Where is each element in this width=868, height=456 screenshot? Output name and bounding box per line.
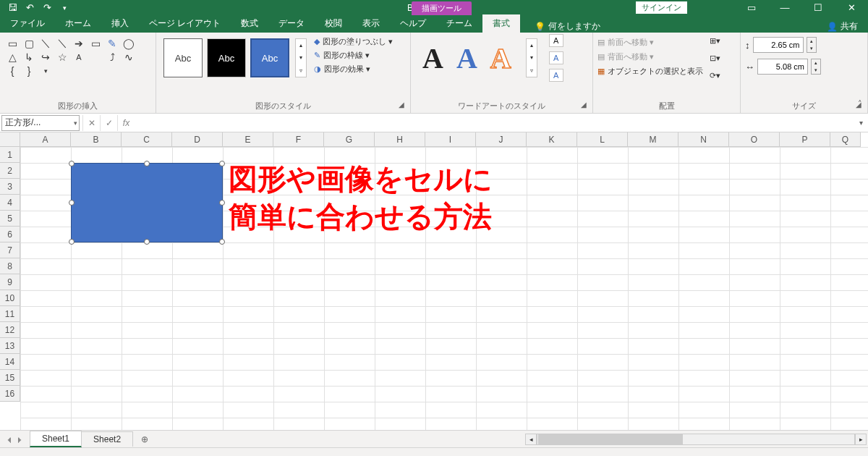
col-header[interactable]: Q bbox=[830, 132, 861, 147]
tab-insert[interactable]: 挿入 bbox=[101, 14, 139, 33]
rotate-button[interactable]: ⟳▾ bbox=[707, 69, 722, 82]
fx-icon[interactable]: fx bbox=[117, 115, 135, 131]
ribbon-options-icon[interactable]: ▭ bbox=[735, 0, 768, 15]
shape-curved-arrow-icon[interactable]: ↪ bbox=[39, 51, 52, 64]
shapes-gallery[interactable]: ▭ ▢ ＼ ＼ ➔ ▭ ✎ ◯ △ ↳ ↪ ☆ A ⤴ ∿ { } ▾ bbox=[4, 34, 149, 80]
name-box[interactable]: 正方形/... ▾ bbox=[1, 115, 80, 131]
row-header[interactable]: 12 bbox=[0, 322, 20, 338]
selected-shape-rectangle[interactable] bbox=[71, 163, 223, 242]
sheet-tab-1[interactable]: Sheet1 bbox=[30, 431, 82, 447]
row-header[interactable]: 13 bbox=[0, 338, 20, 354]
row-header[interactable]: 9 bbox=[0, 274, 20, 290]
row-header[interactable]: 15 bbox=[0, 370, 20, 386]
sheet-tab-2[interactable]: Sheet2 bbox=[81, 431, 133, 447]
height-input[interactable] bbox=[753, 37, 804, 53]
wordart-expand[interactable]: ▴▾▿ bbox=[526, 38, 537, 77]
tab-data[interactable]: データ bbox=[268, 14, 315, 33]
col-header[interactable]: C bbox=[122, 132, 172, 147]
styles-expand[interactable]: ▴▾▿ bbox=[295, 38, 307, 77]
tab-help[interactable]: ヘルプ bbox=[390, 14, 436, 33]
row-header[interactable]: 10 bbox=[0, 290, 20, 306]
selection-pane-button[interactable]: ▦オブジェクトの選択と表示 bbox=[597, 66, 703, 77]
col-header[interactable]: B bbox=[71, 132, 122, 147]
wordart-style-3[interactable]: A bbox=[490, 41, 511, 75]
col-header[interactable]: D bbox=[172, 132, 223, 147]
row-header[interactable]: 11 bbox=[0, 306, 20, 322]
undo-icon[interactable]: ↶ bbox=[22, 1, 38, 15]
shape-star-icon[interactable]: ☆ bbox=[56, 51, 69, 64]
col-header[interactable]: O bbox=[729, 132, 780, 147]
add-sheet-button[interactable]: ⊕ bbox=[141, 434, 148, 444]
shape-effects-button[interactable]: ◑図形の効果 ▾ bbox=[314, 64, 393, 75]
horizontal-scrollbar[interactable]: ◂ ▸ bbox=[525, 434, 867, 445]
resize-handle[interactable] bbox=[219, 200, 225, 206]
col-header[interactable]: A bbox=[20, 132, 71, 147]
col-header[interactable]: I bbox=[425, 132, 476, 147]
shape-edit-icon[interactable]: ✎ bbox=[106, 37, 119, 50]
row-header[interactable]: 8 bbox=[0, 258, 20, 274]
row-header[interactable]: 7 bbox=[0, 242, 20, 258]
row-header[interactable]: 16 bbox=[0, 386, 20, 402]
shape-brace-icon[interactable]: { bbox=[6, 64, 19, 77]
width-spinner[interactable]: ▴▾ bbox=[811, 59, 821, 75]
send-backward-button[interactable]: ▤背面へ移動 ▾ bbox=[597, 51, 703, 62]
resize-handle[interactable] bbox=[144, 239, 150, 245]
shape-freeform-icon[interactable]: ∿ bbox=[122, 51, 135, 64]
shape-outline-button[interactable]: ✎図形の枠線 ▾ bbox=[314, 50, 393, 61]
qat-customize-icon[interactable]: ▾ bbox=[56, 1, 72, 15]
row-header[interactable]: 14 bbox=[0, 354, 20, 370]
scroll-left-icon[interactable]: ◂ bbox=[525, 434, 537, 445]
tab-review[interactable]: 校閲 bbox=[315, 14, 352, 33]
col-header[interactable]: F bbox=[273, 132, 324, 147]
col-header[interactable]: H bbox=[375, 132, 425, 147]
sheet-nav-first-icon[interactable]: ⏴ bbox=[6, 435, 14, 444]
resize-handle[interactable] bbox=[69, 239, 75, 245]
col-header[interactable]: N bbox=[678, 132, 729, 147]
redo-icon[interactable]: ↷ bbox=[39, 1, 55, 15]
width-input[interactable] bbox=[757, 59, 808, 75]
collapse-ribbon-icon[interactable]: ˄ bbox=[858, 99, 862, 109]
shape-connector-icon[interactable]: ⤴ bbox=[106, 51, 119, 64]
save-icon[interactable]: 🖫 bbox=[4, 1, 20, 15]
row-header[interactable]: 3 bbox=[0, 179, 20, 195]
row-header[interactable]: 5 bbox=[0, 211, 20, 227]
col-header[interactable]: J bbox=[476, 132, 527, 147]
row-header[interactable]: 4 bbox=[0, 195, 20, 211]
minimize-icon[interactable]: — bbox=[768, 0, 801, 15]
shape-brace2-icon[interactable]: } bbox=[22, 64, 35, 77]
wordart-style-2[interactable]: A bbox=[456, 41, 477, 75]
wordart-dialog-launcher[interactable]: ◢ bbox=[581, 101, 587, 109]
align-button[interactable]: ⊞▾ bbox=[707, 34, 722, 47]
scroll-right-icon[interactable]: ▸ bbox=[855, 434, 867, 445]
shape-fill-button[interactable]: ◆図形の塗りつぶし ▾ bbox=[314, 36, 393, 47]
row-header[interactable]: 2 bbox=[0, 163, 20, 179]
shape-rect-icon[interactable]: ▢ bbox=[22, 37, 35, 50]
bring-forward-button[interactable]: ▤前面へ移動 ▾ bbox=[597, 37, 703, 48]
col-header[interactable]: M bbox=[628, 132, 678, 147]
shape-line2-icon[interactable]: ＼ bbox=[56, 37, 69, 50]
row-header[interactable]: 1 bbox=[0, 147, 20, 163]
text-outline-button[interactable]: A bbox=[549, 51, 563, 64]
shape-elbow-icon[interactable]: ↳ bbox=[22, 51, 35, 64]
col-header[interactable]: G bbox=[324, 132, 375, 147]
shape-line-icon[interactable]: ＼ bbox=[39, 37, 52, 50]
col-header[interactable]: L bbox=[577, 132, 628, 147]
tab-formulas[interactable]: 数式 bbox=[231, 14, 268, 33]
shape-textbox-icon[interactable]: ▭ bbox=[6, 37, 19, 50]
shape-text-icon[interactable]: A bbox=[72, 51, 85, 64]
cancel-entry-icon[interactable]: ✕ bbox=[82, 115, 100, 131]
tab-format[interactable]: 書式 bbox=[482, 14, 520, 33]
wordart-style-1[interactable]: A bbox=[422, 41, 443, 75]
resize-handle[interactable] bbox=[69, 200, 75, 206]
share-button[interactable]: 👤 共有 bbox=[827, 20, 858, 33]
styles-dialog-launcher[interactable]: ◢ bbox=[399, 101, 404, 109]
shape-arrow-icon[interactable]: ➔ bbox=[72, 37, 85, 50]
close-icon[interactable]: ✕ bbox=[835, 0, 868, 15]
height-spinner[interactable]: ▴▾ bbox=[807, 37, 817, 53]
tell-me[interactable]: 💡 何をしますか bbox=[535, 20, 600, 33]
tab-team[interactable]: チーム bbox=[436, 14, 482, 33]
style-2[interactable]: Abc bbox=[207, 38, 246, 77]
style-3[interactable]: Abc bbox=[250, 38, 289, 77]
style-1[interactable]: Abc bbox=[163, 38, 203, 77]
shapes-more-icon[interactable]: ▾ bbox=[39, 64, 52, 77]
